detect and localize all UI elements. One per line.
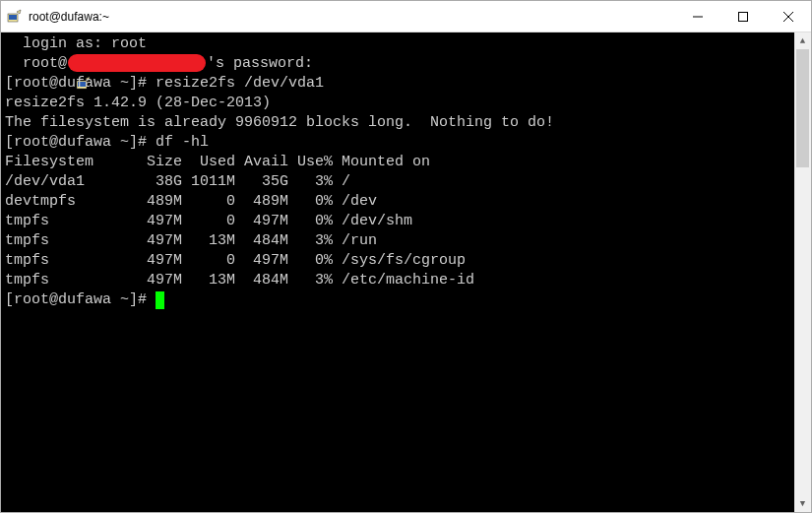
prompt-line-2: [root@dufawa ~]# df -hl (5, 133, 807, 153)
prompt: [root@dufawa ~]# (5, 74, 156, 94)
minimize-button[interactable] (675, 1, 720, 32)
prompt: [root@dufawa ~]# (5, 133, 156, 153)
df-row: tmpfs 497M 13M 484M 3% /run (5, 231, 807, 251)
password-suffix: 's password: (207, 54, 313, 74)
scroll-down-icon[interactable]: ▼ (794, 495, 811, 512)
terminal-area[interactable]: login as: root root@'s password: [root@d… (1, 32, 811, 512)
redacted-hostname (68, 54, 206, 72)
df-row: devtmpfs 489M 0 489M 0% /dev (5, 192, 807, 212)
prompt-line-3: [root@dufawa ~]# (5, 290, 807, 310)
output-line: resize2fs 1.42.9 (28-Dec-2013) (5, 94, 807, 113)
df-row: /dev/vda1 38G 1011M 35G 3% / (5, 172, 807, 192)
password-prefix: root@ (23, 54, 67, 74)
login-label: login as: (23, 34, 111, 54)
titlebar[interactable]: root@dufawa:~ (1, 1, 811, 32)
command-text: df -hl (156, 133, 209, 153)
window-title: root@dufawa:~ (29, 10, 675, 24)
df-row: tmpfs 497M 0 497M 0% /sys/fs/cgroup (5, 251, 807, 271)
putty-line-icon (5, 36, 21, 52)
password-line: root@'s password: (5, 54, 807, 74)
df-row: tmpfs 497M 0 497M 0% /dev/shm (5, 212, 807, 231)
df-header: Filesystem Size Used Avail Use% Mounted … (5, 153, 807, 172)
command-text: resize2fs /dev/vda1 (156, 74, 324, 94)
cursor (156, 291, 164, 309)
svg-rect-1 (9, 15, 17, 20)
output-line: The filesystem is already 9960912 blocks… (5, 113, 807, 133)
prompt-line-1: [root@dufawa ~]# resize2fs /dev/vda1 (5, 74, 807, 94)
scrollbar-thumb[interactable] (796, 49, 809, 167)
putty-icon (7, 9, 23, 25)
login-line: login as: root (5, 34, 807, 54)
putty-window: root@dufawa:~ login as: root (0, 0, 812, 513)
svg-rect-3 (739, 12, 748, 21)
maximize-button[interactable] (720, 1, 766, 32)
prompt: [root@dufawa ~]# (5, 290, 156, 310)
scrollbar[interactable]: ▲ ▼ (794, 32, 811, 512)
df-row: tmpfs 497M 13M 484M 3% /etc/machine-id (5, 271, 807, 290)
putty-line-icon (5, 56, 21, 72)
scroll-up-icon[interactable]: ▲ (794, 32, 811, 49)
window-controls (675, 1, 811, 32)
close-button[interactable] (766, 1, 811, 32)
login-user: root (111, 34, 147, 54)
